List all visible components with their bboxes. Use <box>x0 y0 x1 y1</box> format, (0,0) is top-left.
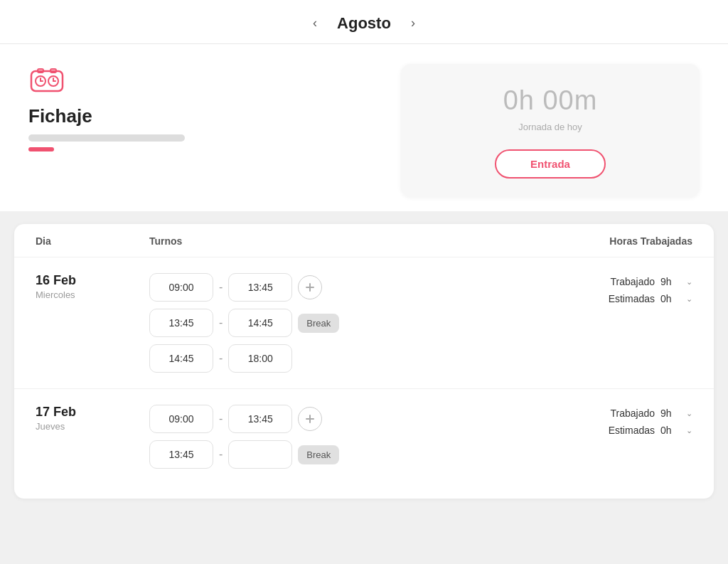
time-separator: - <box>219 448 223 461</box>
fichaje-info: Fichaje <box>28 64 373 151</box>
worked-chevron-icon[interactable]: ⌄ <box>686 409 692 418</box>
shift-end-input[interactable] <box>228 440 292 469</box>
estimated-label: Estimadas <box>609 425 655 436</box>
day-info: 16 Feb Miercoles <box>36 273 149 300</box>
estimated-chevron-icon[interactable]: ⌄ <box>686 426 692 435</box>
time-separator: - <box>219 316 223 329</box>
add-shift-button[interactable] <box>298 407 322 431</box>
schedule-table: Dia Turnos Horas Trabajadas 16 Feb Mierc… <box>14 224 714 499</box>
estimated-chevron-icon[interactable]: ⌄ <box>686 294 692 304</box>
fichaje-bar-2 <box>28 147 54 151</box>
day-row: 17 Feb Jueves - - Break Trabajado 9h ⌄ E… <box>14 389 714 484</box>
shift-start-input[interactable] <box>149 440 213 469</box>
worked-label: Trabajado <box>610 276 655 287</box>
shift-end-input[interactable] <box>228 344 292 373</box>
hours-col: Trabajado 9h ⌄ Estimadas 0h ⌄ <box>508 405 692 436</box>
day-date: 16 Feb <box>36 273 149 288</box>
table-header-row: Dia Turnos Horas Trabajadas <box>14 224 714 257</box>
estimated-value: 0h <box>660 425 680 436</box>
month-title: Agosto <box>337 14 391 33</box>
col-dia: Dia <box>36 235 149 247</box>
hours-col: Trabajado 9h ⌄ Estimadas 0h ⌄ <box>508 273 692 304</box>
time-separator: - <box>219 352 223 365</box>
fichaje-title: Fichaje <box>28 105 373 127</box>
day-info: 17 Feb Jueves <box>36 405 149 432</box>
add-shift-button[interactable] <box>298 275 322 299</box>
shift-row: - <box>149 273 508 302</box>
shift-row: - <box>149 344 508 373</box>
time-separator: - <box>219 281 223 294</box>
time-separator: - <box>219 413 223 425</box>
worked-row: Trabajado 9h ⌄ <box>610 276 692 287</box>
day-row: 16 Feb Miercoles - - Break - Trabajado 9… <box>14 257 714 389</box>
shift-row: - Break <box>149 440 508 469</box>
entrada-button[interactable]: Entrada <box>495 149 606 179</box>
fichaje-bar-1 <box>28 134 185 142</box>
shifts-col: - - Break <box>149 405 508 469</box>
day-date: 17 Feb <box>36 405 149 420</box>
shift-start-input[interactable] <box>149 344 213 373</box>
shifts-col: - - Break - <box>149 273 508 373</box>
estimated-row: Estimadas 0h ⌄ <box>609 425 692 436</box>
shift-end-input[interactable] <box>228 405 292 433</box>
day-name: Jueves <box>36 421 149 432</box>
worked-value: 9h <box>660 276 680 287</box>
day-rows-container: 16 Feb Miercoles - - Break - Trabajado 9… <box>14 257 714 484</box>
estimated-label: Estimadas <box>609 293 655 304</box>
worked-value: 9h <box>660 408 680 419</box>
shift-start-input[interactable] <box>149 405 213 433</box>
top-section: Fichaje 0h 00m Jornada de hoy Entrada <box>0 44 728 211</box>
shift-row: - <box>149 405 508 433</box>
jornada-label: Jornada de hoy <box>518 122 582 132</box>
worked-chevron-icon[interactable]: ⌄ <box>686 277 692 287</box>
shift-start-input[interactable] <box>149 273 213 302</box>
clock-icon <box>28 64 373 98</box>
shift-end-input[interactable] <box>228 273 292 302</box>
prev-month-button[interactable]: ‹ <box>307 13 323 33</box>
estimated-row: Estimadas 0h ⌄ <box>609 293 692 304</box>
worked-label: Trabajado <box>610 408 655 419</box>
next-month-button[interactable]: › <box>405 13 421 33</box>
worked-row: Trabajado 9h ⌄ <box>610 408 692 419</box>
jornada-card: 0h 00m Jornada de hoy Entrada <box>401 64 700 197</box>
estimated-value: 0h <box>660 293 680 304</box>
day-name: Miercoles <box>36 289 149 300</box>
month-header: ‹ Agosto › <box>0 0 728 44</box>
break-badge: Break <box>298 314 339 333</box>
col-horas: Horas Trabajadas <box>508 235 692 247</box>
shift-row: - Break <box>149 309 508 337</box>
break-badge: Break <box>298 445 339 464</box>
col-turnos: Turnos <box>149 235 508 247</box>
shift-start-input[interactable] <box>149 309 213 337</box>
jornada-time: 0h 00m <box>503 85 598 116</box>
shift-end-input[interactable] <box>228 309 292 337</box>
